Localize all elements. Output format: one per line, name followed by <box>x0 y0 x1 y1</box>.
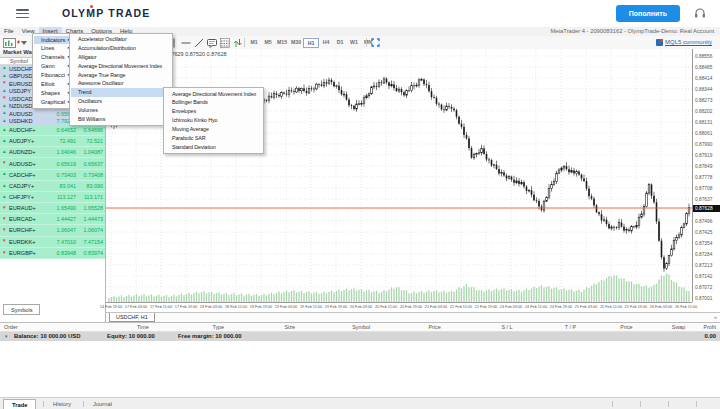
price-tick-label: 0.87919 <box>695 153 712 158</box>
indicator-item-volumes[interactable]: Volumes▸ <box>71 106 171 115</box>
indicator-item-awesome-oscillator[interactable]: Awesome Oscillator <box>71 79 171 88</box>
orders-column-type[interactable]: Type <box>183 323 254 331</box>
trend-item-standard-deviation[interactable]: Standard Deviation <box>165 143 262 152</box>
tab-trade[interactable]: Trade <box>3 399 36 409</box>
tab-journal[interactable]: Journal <box>85 399 120 409</box>
insert-menu-item-indicators[interactable]: Indicators▸ <box>34 36 72 45</box>
symbol-name: CADJPY+ <box>9 183 49 189</box>
timeframe-w1[interactable]: W1 <box>347 38 361 47</box>
tab-history[interactable]: History <box>45 399 79 409</box>
timeframe-m5[interactable]: M5 <box>261 38 275 47</box>
price-up-icon: ▲ <box>2 184 9 189</box>
orders-column-swap[interactable]: Swap <box>654 323 704 331</box>
timeframe-m15[interactable]: M15 <box>275 38 289 47</box>
price-axis[interactable]: 0.885560.884850.884140.883440.882730.882… <box>692 49 720 302</box>
indicator-item-average-true-range[interactable]: Average True Range <box>71 71 171 80</box>
trend-item-parabolic-sar[interactable]: Parabolic SAR <box>165 134 262 143</box>
orders-column-size[interactable]: Size <box>254 323 325 331</box>
market-watch-row-audusd[interactable]: ▼AUDUSD+0.656190.65637 <box>0 158 105 169</box>
insert-menu-item-elliott[interactable]: Elliott▸ <box>34 80 72 89</box>
indicator-item-average-directional-movement-index[interactable]: Average Directional Movement Index <box>71 62 171 71</box>
insert-menu-item-shapes[interactable]: Shapes▸ <box>34 89 72 98</box>
orders-column-price[interactable]: Price <box>599 323 654 331</box>
price-tick-label: 0.87637 <box>695 197 712 202</box>
menu-item-label: Shapes <box>41 90 60 96</box>
bid-value: 7.47010 <box>49 239 76 245</box>
insert-menu-item-graphical[interactable]: Graphical▸ <box>34 98 72 107</box>
statusbar-separator <box>612 401 613 407</box>
orders-column-order[interactable]: Order <box>0 323 103 331</box>
trend-item-average-directional-movement-index[interactable]: Average Directional Movement Index <box>165 90 262 99</box>
orders-column-t-p[interactable]: T / P <box>542 323 600 331</box>
orders-header-row: OrderTimeTypeSizeSymbolPriceS / LT / PPr… <box>0 323 720 332</box>
menu-item-label: Fibonacci <box>41 72 65 78</box>
market-watch-row-eurcad[interactable]: ▼EURCAD+1.444271.44473 <box>0 214 105 225</box>
new-chart-icon[interactable] <box>3 38 20 49</box>
menubar-item-file[interactable]: File <box>0 27 18 35</box>
support-headphones-icon[interactable] <box>694 7 706 20</box>
market-watch-row-audchf[interactable]: ▲AUDCHF+0.646520.64696 <box>0 125 105 136</box>
menu-item-label: Lines <box>41 45 54 51</box>
orders-column-price[interactable]: Price <box>397 323 472 331</box>
profit-total-value: 0.00 <box>705 332 716 341</box>
ask-value: 1.06074 <box>76 227 103 233</box>
trend-item-envelopes[interactable]: Envelopes <box>165 107 262 116</box>
symbols-tab[interactable]: Symbols <box>3 304 40 315</box>
market-watch-row-euraud[interactable]: ▼EURAUD+1.654901.65528 <box>0 203 105 214</box>
deposit-button[interactable]: Пополнить <box>616 5 680 22</box>
trend-item-moving-average[interactable]: Moving Average <box>165 125 262 134</box>
orders-column-symbol[interactable]: Symbol <box>325 323 396 331</box>
timeframe-h1[interactable]: H1 <box>303 38 319 48</box>
indicator-item-trend[interactable]: Trend▸ <box>71 88 171 97</box>
indicator-item-accumulation-distribution[interactable]: Accumulation/Distribution <box>71 44 171 53</box>
symbol-name: AUDNZD+ <box>9 149 49 155</box>
ask-value: 7.47154 <box>76 239 103 245</box>
insert-menu-item-channels[interactable]: Channels▸ <box>34 53 72 62</box>
fullscreen-expand-icon[interactable] <box>371 38 380 48</box>
mql5-community-link[interactable]: MQL5 community <box>656 39 712 46</box>
bid-value: 113.127 <box>49 194 76 200</box>
orders-column-time[interactable]: Time <box>103 323 182 331</box>
price-down-icon: ▼ <box>2 161 9 166</box>
indicator-item-alligator[interactable]: Alligator <box>71 53 171 62</box>
trendline-tool-icon[interactable] <box>194 38 204 49</box>
market-watch-row-cadchf[interactable]: ▲CADCHF+0.734030.73408 <box>0 170 105 181</box>
market-watch-row-chfjpy[interactable]: ▲CHFJPY+113.127113.171 <box>0 192 105 203</box>
trend-item-bollinger-bands[interactable]: Bollinger Bands <box>165 98 262 107</box>
orders-column-profit[interactable]: Profit <box>703 323 720 331</box>
insert-menu-item-lines[interactable]: Lines▸ <box>34 44 72 53</box>
indicator-item-accelerator-oscillator[interactable]: Accelerator Oscillator <box>71 35 171 44</box>
symbol-name: CHFJPY+ <box>9 194 49 200</box>
orders-panel: OrderTimeTypeSizeSymbolPriceS / LT / PPr… <box>0 322 720 398</box>
orders-column-s-l[interactable]: S / L <box>472 323 541 331</box>
market-watch-row-eurchf[interactable]: ▼EURCHF+1.060471.06074 <box>0 225 105 236</box>
timeframe-m1[interactable]: M1 <box>247 38 261 47</box>
tab-separator <box>43 401 44 407</box>
horizontal-line-tool-icon[interactable] <box>181 38 191 49</box>
insert-menu-item-gann[interactable]: Gann▸ <box>34 62 72 71</box>
timeframe-h4[interactable]: H4 <box>319 38 333 47</box>
market-watch-row-eurgbp[interactable]: ▼EURGBP+0.839480.83974 <box>0 248 105 259</box>
hamburger-menu-icon[interactable] <box>16 9 29 18</box>
chart-tab-usdchf-h1[interactable]: USDCHF, H1 <box>109 313 155 322</box>
menu-item-label: Awesome Oscillator <box>78 80 123 86</box>
market-watch-row-audnzd[interactable]: ▲AUDNZD+1.040461.04087 <box>0 147 105 158</box>
insert-menu: Indicators▸Lines▸Channels▸Gann▸Fibonacci… <box>32 33 74 109</box>
collapse-triangle-icon[interactable]: ▾ <box>5 332 8 341</box>
price-tick-label: 0.87425 <box>695 230 712 235</box>
indicator-item-oscillators[interactable]: Oscillators▸ <box>71 97 171 106</box>
chart-tabs-more-icon[interactable]: » <box>714 314 717 320</box>
text-label-tool-icon[interactable] <box>207 38 217 49</box>
indicator-item-bill-williams[interactable]: Bill Williams▸ <box>71 115 171 124</box>
chart-dropdown-caret-icon[interactable] <box>21 40 27 46</box>
trend-item-ichimoku-kinko-hyo[interactable]: Ichimoku Kinko Hyo <box>165 116 262 125</box>
market-watch-row-cadjpy[interactable]: ▲CADJPY+83.04183.090 <box>0 181 105 192</box>
timeframe-m30[interactable]: M30 <box>289 38 303 47</box>
time-tick-label: 24 Feb 03:00 <box>498 305 524 309</box>
market-watch-row-eurdkk[interactable]: ▼EURDKK+7.470107.47154 <box>0 237 105 248</box>
market-watch-row-audjpy[interactable]: ▲AUDJPY+72.49172.521 <box>0 136 105 147</box>
fibonacci-tool-icon[interactable] <box>220 38 230 49</box>
arrows-tool-icon[interactable] <box>233 38 242 49</box>
insert-menu-item-fibonacci[interactable]: Fibonacci▸ <box>34 71 72 80</box>
timeframe-d1[interactable]: D1 <box>333 38 347 47</box>
